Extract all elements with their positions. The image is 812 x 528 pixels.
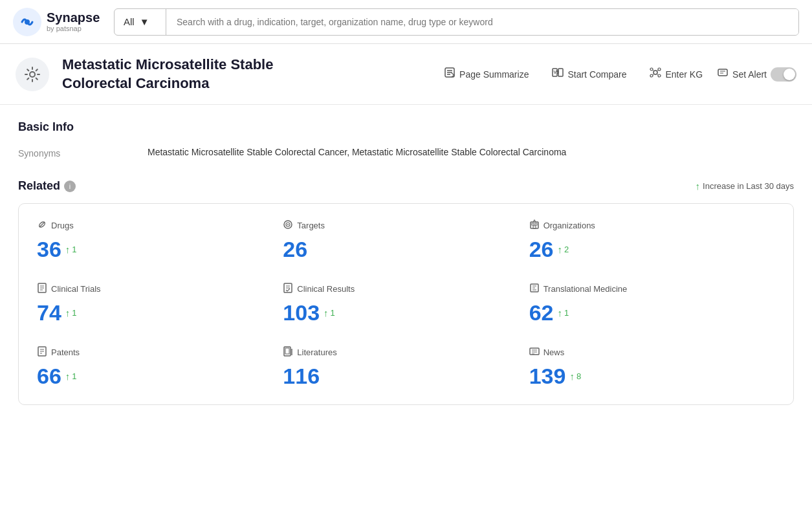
stat-number-news[interactable]: 139 (529, 364, 566, 389)
svg-rect-19 (718, 69, 727, 76)
page-title: Metastatic Microsatellite Stable Colorec… (62, 56, 273, 93)
drugs-icon (37, 219, 47, 232)
stat-increase-clinical-trials: ↑ 1 (65, 307, 77, 318)
basic-info-section: Basic Info Synonyms Metastatic Microsate… (18, 120, 794, 159)
start-compare-button[interactable]: V5 Start Compare (543, 61, 635, 87)
stat-item-clinical-trials: Clinical Trials 74 ↑ 1 (37, 283, 283, 325)
dropdown-value: All (124, 16, 135, 27)
up-arrow-icon: ↑ (65, 371, 71, 382)
stat-number-targets[interactable]: 26 (283, 237, 307, 262)
set-alert-toggle[interactable] (771, 67, 796, 82)
stat-increase-drugs: ↑ 1 (65, 244, 77, 255)
synonyms-row: Synonyms Metastatic Microsatellite Stabl… (18, 147, 794, 159)
stat-number-patents[interactable]: 66 (37, 364, 61, 389)
up-arrow-icon: ↑ (324, 307, 329, 318)
stat-label-text-drugs: Drugs (51, 221, 74, 230)
stat-number-clinical-trials[interactable]: 74 (37, 300, 61, 325)
up-arrow-icon: ↑ (557, 307, 562, 318)
stat-number-literatures[interactable]: 116 (283, 364, 320, 389)
stat-number-translational-medicine[interactable]: 62 (529, 300, 554, 325)
page-summarize-button[interactable]: Page Summarize (435, 61, 538, 87)
svg-point-13 (650, 74, 653, 77)
related-title: Related (18, 179, 60, 193)
stat-label-text-targets: Targets (297, 221, 325, 230)
stat-increase-news: ↑ 8 (569, 371, 581, 382)
literatures-icon (283, 346, 293, 358)
synonyms-value: Metastatic Microsatellite Stable Colorec… (148, 147, 794, 157)
increase-note: ↑ Increase in Last 30 days (696, 181, 794, 192)
related-section: Related i ↑ Increase in Last 30 days Dru… (18, 179, 794, 405)
svg-point-2 (30, 72, 35, 77)
stat-value-row-clinical-trials: 74 ↑ 1 (37, 300, 283, 325)
stat-increase-num-patents: 1 (72, 371, 76, 381)
clinical-results-icon (283, 283, 293, 295)
stat-label-clinical-trials: Clinical Trials (37, 283, 283, 295)
stat-item-news: News 139 ↑ 8 (529, 346, 775, 389)
app-sub: by patsnap (47, 25, 100, 32)
page-header: Metastatic Microsatellite Stable Colorec… (0, 44, 812, 105)
up-arrow-icon: ↑ (557, 244, 562, 255)
stat-label-text-clinical-trials: Clinical Trials (51, 284, 101, 294)
stat-label-translational-medicine: Translational Medicine (529, 283, 775, 295)
gear-icon (23, 65, 41, 83)
stat-label-organizations: Organizations (529, 219, 775, 232)
svg-point-12 (658, 68, 661, 71)
stat-number-clinical-results[interactable]: 103 (283, 300, 320, 325)
stat-value-row-news: 139 ↑ 8 (529, 364, 775, 389)
stat-label-drugs: Drugs (37, 219, 283, 232)
stat-increase-translational-medicine: ↑ 1 (557, 307, 569, 318)
svg-point-14 (658, 74, 661, 77)
stat-item-targets: Targets 26 (283, 219, 529, 262)
up-arrow-icon: ↑ (65, 244, 71, 255)
stat-value-row-translational-medicine: 62 ↑ 1 (529, 300, 775, 325)
up-arrow-icon: ↑ (569, 371, 575, 382)
up-arrow-icon: ↑ (65, 307, 71, 318)
related-info-icon[interactable]: i (64, 181, 76, 192)
svg-line-17 (653, 74, 654, 75)
svg-line-15 (653, 70, 654, 71)
enter-kg-button[interactable]: Enter KG (641, 61, 712, 87)
stat-label-news: News (529, 346, 775, 358)
stat-value-row-organizations: 26 ↑ 2 (529, 237, 775, 262)
increase-arrow-icon: ↑ (696, 181, 701, 192)
synonyms-label: Synonyms (18, 147, 148, 159)
stat-item-drugs: Drugs 36 ↑ 1 (37, 219, 283, 262)
stat-value-row-drugs: 36 ↑ 1 (37, 237, 283, 262)
logo-icon (13, 8, 41, 36)
svg-rect-30 (535, 223, 537, 225)
stat-label-patents: Patents (37, 346, 283, 358)
logo-text: Synapse by patsnap (47, 10, 100, 32)
search-filter-dropdown[interactable]: All ▼ (115, 9, 166, 35)
svg-text:V5: V5 (554, 70, 560, 74)
set-alert-area: Set Alert (717, 67, 796, 82)
stat-label-text-literatures: Literatures (297, 347, 336, 357)
start-compare-label: Start Compare (567, 69, 626, 80)
patents-icon (37, 346, 47, 358)
stat-increase-num-news: 8 (576, 371, 581, 381)
stat-label-text-translational-medicine: Translational Medicine (543, 284, 628, 294)
page-actions: Page Summarize V5 Start Compare (435, 61, 796, 87)
compare-icon: V5 (552, 67, 564, 82)
stat-item-literatures: Literatures 116 (283, 346, 529, 389)
svg-line-16 (657, 70, 658, 71)
search-bar: All ▼ (114, 8, 799, 36)
page-summarize-label: Page Summarize (459, 69, 529, 80)
stat-label-targets: Targets (283, 219, 529, 232)
related-header: Related i ↑ Increase in Last 30 days (18, 179, 794, 193)
stat-increase-num-clinical-results: 1 (331, 308, 335, 318)
chevron-down-icon: ▼ (140, 16, 149, 27)
search-input[interactable] (166, 9, 798, 35)
stat-value-row-literatures: 116 (283, 364, 529, 389)
svg-point-11 (650, 68, 653, 71)
stat-label-text-clinical-results: Clinical Results (297, 284, 355, 294)
stat-increase-clinical-results: ↑ 1 (324, 307, 335, 318)
stat-increase-organizations: ↑ 2 (557, 244, 569, 255)
stat-number-organizations[interactable]: 26 (529, 237, 554, 262)
targets-icon (283, 219, 293, 232)
stat-increase-num-clinical-trials: 1 (72, 308, 76, 318)
clinical-trials-icon (37, 283, 47, 295)
stat-number-drugs[interactable]: 36 (37, 237, 61, 262)
stat-value-row-clinical-results: 103 ↑ 1 (283, 300, 529, 325)
top-nav: Synapse by patsnap All ▼ (0, 0, 812, 44)
stat-increase-num-organizations: 2 (564, 245, 569, 254)
